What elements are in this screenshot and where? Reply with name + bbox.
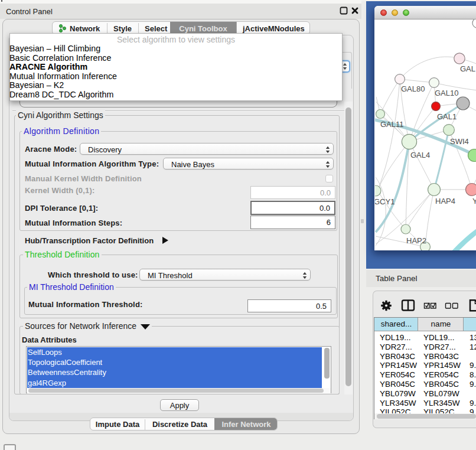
svg-text:GAL11: GAL11 — [380, 120, 404, 129]
svg-text:GAL1: GAL1 — [437, 112, 457, 121]
svg-text:GCY1: GCY1 — [375, 197, 395, 206]
svg-text:SWI4: SWI4 — [450, 137, 469, 146]
svg-text:HAP4: HAP4 — [435, 197, 455, 206]
svg-text:GAL4: GAL4 — [410, 151, 430, 159]
svg-text:GAL80: GAL80 — [401, 84, 425, 93]
svg-text:HAP2: HAP2 — [406, 236, 426, 245]
svg-text:Y: Y — [472, 197, 476, 206]
svg-text:GAL10: GAL10 — [435, 89, 458, 97]
svg-text:GAL: GAL — [460, 64, 475, 73]
